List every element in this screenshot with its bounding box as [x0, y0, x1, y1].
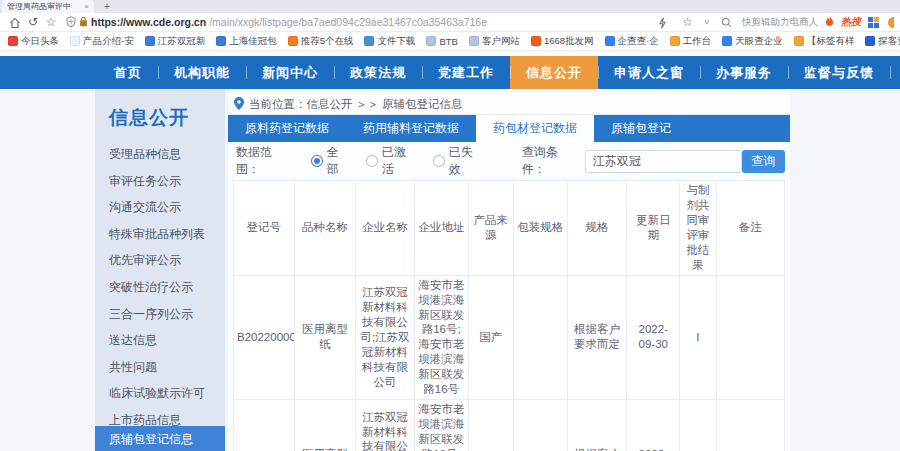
- bookmark-label: 天眼查企业: [735, 35, 783, 48]
- nav-item[interactable]: 机构职能: [158, 56, 246, 89]
- location-pin-icon: [234, 97, 244, 112]
- sidebar-item[interactable]: 送达信息: [95, 327, 225, 354]
- browser-tab[interactable]: 管理局药品审评中 ×: [2, 0, 94, 13]
- address-bar[interactable]: https://www.cde.org.cn /main/xxgk/listpa…: [66, 13, 645, 31]
- nav-item[interactable]: 政策法规: [334, 56, 422, 89]
- data-tabbar: 原料药登记数据 药用辅料登记数据 药包材登记数据 原辅包登记: [228, 115, 790, 142]
- bookmark-item[interactable]: 今日头条: [8, 35, 59, 48]
- bookmark-item[interactable]: 推荐5个在线: [288, 35, 354, 48]
- sidebar-item[interactable]: 受理品种信息: [95, 141, 225, 168]
- nav-item[interactable]: 首页: [98, 56, 158, 89]
- bookmark-favicon: [865, 36, 875, 46]
- col-header: 企业名称: [356, 181, 414, 276]
- bookmark-item[interactable]: 工作台: [670, 35, 712, 48]
- sidebar-item-selected[interactable]: 原辅包登记信息: [95, 426, 225, 451]
- site-main-nav: 首页 机构职能 新闻中心 政策法规 党建工作 信息公开 申请人之窗 办事服务 监…: [0, 56, 900, 89]
- nav-item[interactable]: 申请人之窗: [598, 56, 700, 89]
- cell-remark: [716, 275, 784, 400]
- data-tab[interactable]: 原辅包登记: [594, 115, 688, 142]
- radio-label: 全部: [327, 144, 350, 178]
- data-tab[interactable]: 原料药登记数据: [228, 115, 346, 142]
- bookmark-item[interactable]: 天眼查企业: [722, 35, 783, 48]
- browser-tab-title: 管理局药品审评中: [7, 1, 81, 12]
- search-suggestion-text[interactable]: 快剪辑助力电商人: [742, 16, 818, 29]
- shield-icon: [66, 13, 76, 31]
- cell-review-result: I: [680, 400, 716, 451]
- bookmark-item[interactable]: 1668批发网: [531, 35, 594, 48]
- edge-partial-icon[interactable]: [888, 17, 894, 28]
- bookmark-label: 江苏双冠新: [158, 35, 206, 48]
- col-header: 产品来源: [468, 181, 513, 276]
- sidebar-item[interactable]: 三合一序列公示: [95, 301, 225, 328]
- main-panel: 当前位置：信息公开 ＞＞ 原辅包登记信息 原料药登记数据 药用辅料登记数据 药包…: [228, 89, 790, 451]
- data-tab[interactable]: 药用辅料登记数据: [346, 115, 476, 142]
- cell-pack-spec: [513, 400, 567, 451]
- browser-tab-strip: 管理局药品审评中 × +: [0, 0, 900, 13]
- bookmark-item[interactable]: 文件下载: [364, 35, 415, 48]
- sidebar-item[interactable]: 特殊审批品种列表: [95, 221, 225, 248]
- cell-address: 海安市老坝港滨海新区联发路16号;海安市老坝港滨海新区联发路16号: [414, 275, 468, 400]
- sidebar-item[interactable]: 沟通交流公示: [95, 194, 225, 221]
- nav-item[interactable]: 党建工作: [422, 56, 510, 89]
- col-header: 与制剂共同审评审批结果: [680, 181, 716, 276]
- scope-radio[interactable]: 全部: [311, 144, 350, 178]
- sidebar-item[interactable]: 临床试验默示许可: [95, 380, 225, 407]
- bookmark-item[interactable]: 【标签有样: [794, 35, 855, 48]
- url-path: /main/xxgk/listpage/ba7aed094c29ae31467c…: [209, 16, 487, 28]
- bookmark-item[interactable]: 上海佳冠包: [216, 35, 277, 48]
- sidebar-title: 信息公开: [109, 105, 225, 131]
- bookmark-favicon: [216, 36, 226, 46]
- sidebar-item[interactable]: 审评任务公示: [95, 168, 225, 195]
- nav-item[interactable]: 新闻中心: [246, 56, 334, 89]
- apps-grid-icon[interactable]: [868, 17, 879, 28]
- bookmark-item[interactable]: 产品介绍-安: [70, 35, 134, 48]
- query-input[interactable]: [585, 150, 742, 173]
- browser-toolbar: ↺ ☆ https://www.cde.org.cn /main/xxgk/li…: [0, 13, 900, 32]
- bookmark-label: 企查查·企: [618, 35, 659, 48]
- col-header: 包装规格: [513, 181, 567, 276]
- search-button[interactable]: 查询: [742, 150, 785, 173]
- back-icon[interactable]: ↺: [24, 13, 42, 31]
- col-header: 企业地址: [414, 181, 468, 276]
- bookmark-item[interactable]: 客户网站: [469, 35, 520, 48]
- cell-origin: 国产: [468, 275, 513, 400]
- bookmark-item[interactable]: 江苏双冠新: [145, 35, 206, 48]
- nav-item[interactable]: 监督与反馈: [788, 56, 890, 89]
- bookmark-favicon: [145, 36, 155, 46]
- cell-remark: [716, 400, 784, 451]
- scope-radio[interactable]: 已失效: [433, 144, 484, 178]
- data-tab[interactable]: 药包材登记数据: [476, 115, 594, 142]
- table-row[interactable]: B20220000513 医用离型膜 江苏双冠新材料科技有限公司;江苏双冠新材料…: [234, 400, 785, 451]
- table-row[interactable]: B20220000514 医用离型纸 江苏双冠新材料科技有限公司;江苏双冠新材料…: [234, 275, 785, 400]
- new-tab-button[interactable]: +: [104, 0, 110, 13]
- search-icon[interactable]: [717, 13, 735, 31]
- cell-update-date: 2022-09-30: [627, 275, 680, 400]
- bookmark-item[interactable]: 探客查-助力: [865, 35, 900, 48]
- sidebar-item[interactable]: 突破性治疗公示: [95, 274, 225, 301]
- sidebar-item[interactable]: 优先审评公示: [95, 247, 225, 274]
- bookmark-favicon: [531, 36, 541, 46]
- flash-icon[interactable]: [653, 13, 671, 31]
- bookmark-favicon: [794, 36, 804, 46]
- chevron-down-icon[interactable]: ∨: [703, 18, 710, 26]
- nav-item[interactable]: 信息公开: [510, 56, 598, 89]
- toolbar-right-cluster: ☆ ∨ 快剪辑助力电商人 热搜: [653, 13, 894, 31]
- hot-search-label[interactable]: 热搜: [841, 15, 861, 29]
- bookmark-item[interactable]: BTB: [426, 36, 457, 47]
- col-header: 更新日期: [627, 181, 680, 276]
- nav-item[interactable]: 办事服务: [700, 56, 788, 89]
- radio-label: 已失效: [449, 144, 484, 178]
- bookmark-star-icon[interactable]: ☆: [678, 13, 696, 31]
- sidebar-item[interactable]: 共性问题: [95, 354, 225, 381]
- nav-item-label: 政策法规: [350, 64, 406, 82]
- nav-item[interactable]: 登记备案平台: [890, 56, 900, 89]
- bookmark-label: 1668批发网: [544, 35, 594, 48]
- favorites-star-icon[interactable]: ☆: [42, 13, 60, 31]
- cell-product-name: 医用离型膜: [294, 400, 356, 451]
- table-header-row: 登记号 品种名称 企业名称 企业地址 产品来源 包装规格 规格 更新日期 与制剂…: [234, 181, 785, 276]
- bookmark-favicon: [364, 36, 374, 46]
- scope-radio[interactable]: 已激活: [366, 144, 417, 178]
- home-icon[interactable]: [6, 13, 24, 31]
- tab-close-icon[interactable]: ×: [84, 2, 89, 11]
- bookmark-item[interactable]: 企查查·企: [605, 35, 659, 48]
